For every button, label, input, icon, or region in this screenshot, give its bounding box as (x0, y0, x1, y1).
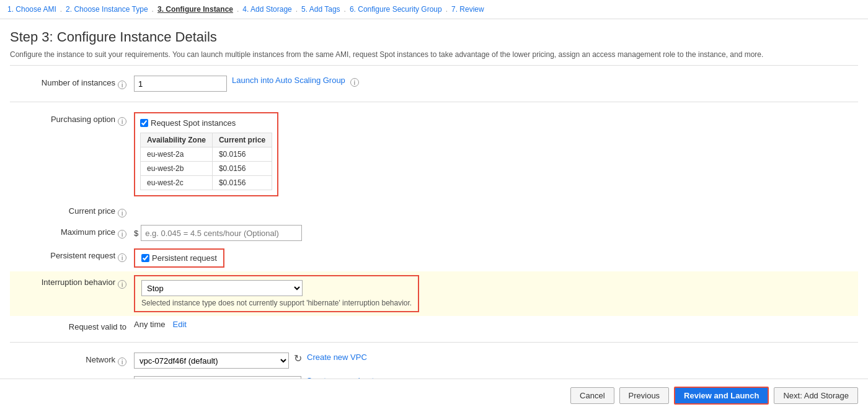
max-price-row: Maximum price i $ (10, 221, 858, 245)
interruption-row: Interruption behavior i Stop Hibernate T… (10, 271, 858, 316)
network-row: Network i vpc-072df46f (default) ↻ Creat… (10, 349, 858, 372)
interruption-warning: Selected instance type does not currentl… (141, 299, 412, 307)
interruption-select-row: Stop Hibernate Terminate (141, 280, 412, 296)
previous-button[interactable]: Previous (619, 387, 670, 404)
persistent-row: Persistent request i Persistent request (10, 245, 858, 271)
price-table-col1: Availability Zone (141, 133, 213, 147)
price-cell: $0.0156 (212, 162, 272, 176)
price-cell: $0.0156 (212, 147, 272, 162)
request-valid-field: Any time Edit (134, 320, 858, 329)
max-price-label: Maximum price i (10, 225, 134, 239)
interruption-field: Stop Hibernate Terminate Selected instan… (134, 275, 858, 312)
purchasing-label: Purchasing option i (10, 112, 134, 126)
az-cell: eu-west-2a (141, 147, 213, 162)
network-select[interactable]: vpc-072df46f (default) (134, 353, 289, 369)
request-valid-value: Any time (134, 320, 166, 329)
price-cell: $0.0156 (212, 176, 272, 190)
max-price-info-icon[interactable]: i (118, 230, 126, 239)
nav-step-4[interactable]: 4. Add Storage (242, 5, 291, 14)
nav-step-3[interactable]: 3. Configure Instance (157, 5, 233, 14)
persistent-label: Persistent request i (10, 248, 134, 262)
request-valid-edit[interactable]: Edit (173, 320, 187, 329)
persistent-field: Persistent request (134, 248, 858, 268)
interruption-select[interactable]: Stop Hibernate Terminate (141, 280, 303, 296)
current-price-row: Current price i (10, 200, 858, 221)
network-refresh-icon[interactable]: ↻ (294, 353, 302, 364)
persistent-box: Persistent request (134, 248, 224, 268)
num-instances-row: Number of instances i Launch into Auto S… (10, 72, 858, 95)
nav-step-2[interactable]: 2. Choose Instance Type (66, 5, 148, 14)
request-valid-label: Request valid to (10, 320, 134, 331)
page-title: Step 3: Configure Instance Details (10, 29, 858, 45)
network-info-icon[interactable]: i (118, 357, 126, 366)
nav-step-6[interactable]: 6. Configure Security Group (350, 5, 442, 14)
persistent-info-icon[interactable]: i (118, 253, 126, 262)
launch-scaling-link[interactable]: Launch into Auto Scaling Group (232, 76, 345, 85)
spot-checkbox-label[interactable]: Request Spot instances (140, 118, 272, 128)
num-instances-info-icon[interactable]: i (118, 81, 126, 89)
purchasing-option-row: Purchasing option i Request Spot instanc… (10, 108, 858, 200)
current-price-label: Current price i (10, 204, 134, 217)
current-price-info-icon[interactable]: i (118, 209, 126, 217)
cancel-button[interactable]: Cancel (570, 387, 614, 404)
num-instances-section: Number of instances i Launch into Auto S… (10, 65, 858, 102)
nav-step-5[interactable]: 5. Add Tags (301, 5, 340, 14)
page-header: Step 3: Configure Instance Details Confi… (0, 19, 868, 65)
purchasing-section: Purchasing option i Request Spot instanc… (10, 102, 858, 342)
review-launch-button[interactable]: Review and Launch (674, 387, 769, 405)
footer: Cancel Previous Review and Launch Next: … (0, 379, 868, 412)
next-add-storage-button[interactable]: Next: Add Storage (774, 387, 858, 404)
price-table-row: eu-west-2a$0.0156 (141, 147, 272, 162)
create-vpc-link[interactable]: Create new VPC (307, 353, 367, 362)
az-cell: eu-west-2b (141, 162, 213, 176)
nav-step-1[interactable]: 1. Choose AMI (7, 5, 56, 14)
configure-instance-form: Number of instances i Launch into Auto S… (0, 65, 868, 412)
spot-checkbox[interactable] (140, 119, 148, 127)
price-table-col2: Current price (212, 133, 272, 147)
interruption-box: Stop Hibernate Terminate Selected instan… (134, 275, 419, 312)
num-instances-field: Launch into Auto Scaling Group i (134, 76, 858, 92)
price-table-row: eu-west-2b$0.0156 (141, 162, 272, 176)
interruption-label: Interruption behavior i (10, 275, 134, 289)
persistent-checkbox[interactable] (141, 254, 149, 262)
scaling-info-icon[interactable]: i (350, 78, 359, 87)
num-instances-label: Number of instances i (10, 76, 134, 89)
page-description: Configure the instance to suit your requ… (10, 49, 858, 60)
max-price-input[interactable] (141, 225, 302, 241)
persistent-checkbox-label[interactable]: Persistent request (141, 253, 217, 263)
network-label: Network i (10, 353, 134, 366)
interruption-info-icon[interactable]: i (118, 280, 126, 289)
num-instances-input[interactable] (134, 76, 227, 92)
az-cell: eu-west-2c (141, 176, 213, 190)
purchasing-info-icon[interactable]: i (118, 117, 126, 126)
price-table-row: eu-west-2c$0.0156 (141, 176, 272, 190)
price-table: Availability Zone Current price eu-west-… (140, 133, 272, 190)
wizard-nav: 1. Choose AMI . 2. Choose Instance Type … (0, 0, 868, 19)
request-valid-row: Request valid to Any time Edit (10, 316, 858, 336)
network-field: vpc-072df46f (default) ↻ Create new VPC (134, 353, 858, 369)
nav-step-7[interactable]: 7. Review (451, 5, 484, 14)
purchasing-box: Request Spot instances Availability Zone… (134, 112, 278, 196)
max-price-field: $ (134, 225, 858, 241)
purchasing-field: Request Spot instances Availability Zone… (134, 112, 858, 196)
